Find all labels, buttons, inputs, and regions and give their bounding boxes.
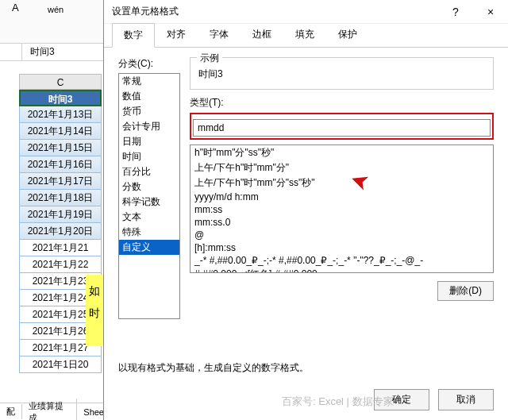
format-item[interactable]: yyyy/m/d h:mm bbox=[190, 191, 493, 203]
table-cell[interactable]: 2021年1月16日 bbox=[19, 156, 102, 173]
column-header[interactable]: 时间3 bbox=[19, 90, 102, 106]
formula-value[interactable]: 时间3 bbox=[22, 45, 55, 59]
delete-button[interactable]: 删除(D) bbox=[437, 281, 494, 301]
sample-label: 示例 bbox=[197, 52, 222, 65]
watermark: 百家号: Excel | 数据专家 bbox=[282, 395, 394, 409]
dialog-tab[interactable]: 数字 bbox=[112, 23, 155, 48]
dialog-tabs: 数字对齐字体边框填充保护 bbox=[104, 24, 508, 48]
table-cell[interactable]: 2021年1月21 bbox=[19, 240, 102, 256]
dialog-title: 设置单元格格式 bbox=[112, 5, 438, 18]
category-item[interactable]: 日期 bbox=[119, 134, 179, 149]
category-item[interactable]: 分数 bbox=[119, 179, 179, 195]
font-color-button[interactable]: A bbox=[12, 2, 19, 13]
category-item[interactable]: 常规 bbox=[119, 74, 179, 89]
format-item[interactable]: mm:ss bbox=[190, 203, 493, 216]
format-item[interactable]: mm:ss.0 bbox=[190, 216, 493, 229]
sample-value: 时间3 bbox=[198, 67, 485, 81]
table-cell[interactable]: 2021年1月19日 bbox=[19, 206, 102, 223]
format-item[interactable]: @ bbox=[190, 229, 493, 241]
category-item[interactable]: 自定义 bbox=[119, 240, 179, 255]
ribbon-stub: A wén bbox=[0, 0, 111, 44]
close-button[interactable]: × bbox=[473, 0, 508, 24]
name-box[interactable] bbox=[0, 44, 22, 60]
category-item[interactable]: 科学记数 bbox=[119, 195, 179, 210]
category-list[interactable]: 常规数值货币会计专用日期时间百分比分数科学记数文本特殊自定义 bbox=[118, 73, 180, 319]
cancel-button[interactable]: 取消 bbox=[438, 389, 494, 410]
table-cell[interactable]: 2021年1月20日 bbox=[19, 223, 102, 240]
category-item[interactable]: 货币 bbox=[119, 104, 179, 119]
format-note: 以现有格式为基础，生成自定义的数字格式。 bbox=[118, 361, 309, 375]
sheet-tab[interactable]: 业绩算提成 bbox=[22, 399, 77, 421]
table-cell[interactable]: 2021年1月13日 bbox=[19, 106, 102, 123]
format-item[interactable]: h"时"mm"分"ss"秒" bbox=[190, 145, 493, 160]
format-cells-dialog: 设置单元格格式 ? × 数字对齐字体边框填充保护 分类(C): 常规数值货币会计… bbox=[103, 0, 508, 420]
table-cell[interactable]: 2021年1月15日 bbox=[19, 140, 102, 156]
sheet-tab[interactable]: 配 bbox=[0, 404, 22, 419]
dialog-tab[interactable]: 对齐 bbox=[155, 22, 198, 47]
category-item[interactable]: 数值 bbox=[119, 89, 179, 104]
category-item[interactable]: 会计专用 bbox=[119, 119, 179, 134]
type-input[interactable] bbox=[193, 119, 491, 137]
category-item[interactable]: 文本 bbox=[119, 210, 179, 225]
sheet-tabs[interactable]: 配 业绩算提成 Shee bbox=[0, 403, 111, 420]
table-cell[interactable]: 2021年1日20 bbox=[19, 356, 102, 373]
format-item[interactable]: 上午/下午h"时"mm"分"ss"秒" bbox=[190, 175, 493, 191]
format-item[interactable]: 上午/下午h"时"mm"分" bbox=[190, 160, 493, 175]
format-item[interactable]: [h]:mm:ss bbox=[190, 241, 493, 254]
format-item[interactable]: _-* #,##0.00_₽_-;-* #,##0.00_₽_-;_-* "-"… bbox=[190, 254, 493, 267]
type-label: 类型(T): bbox=[190, 96, 494, 110]
column-letter[interactable]: C bbox=[19, 74, 102, 90]
dialog-tab[interactable]: 边框 bbox=[241, 22, 283, 47]
format-item[interactable]: #,##0.000_ ;[红色]-#,##0.000 bbox=[190, 267, 493, 273]
sample-box: 示例 时间3 bbox=[190, 57, 494, 90]
category-item[interactable]: 百分比 bbox=[119, 164, 179, 179]
ribbon-hint: wén bbox=[48, 5, 64, 14]
dialog-tab[interactable]: 填充 bbox=[283, 22, 326, 47]
table-cell[interactable]: 2021年1月14日 bbox=[19, 123, 102, 140]
table-cell[interactable]: 2021年1月22 bbox=[19, 256, 102, 273]
dialog-tab[interactable]: 保护 bbox=[326, 22, 369, 47]
dialog-tab[interactable]: 字体 bbox=[198, 22, 241, 47]
help-button[interactable]: ? bbox=[438, 0, 473, 24]
table-cell[interactable]: 2021年1月18日 bbox=[19, 190, 102, 206]
table-cell[interactable]: 2021年1月17日 bbox=[19, 173, 102, 190]
format-list[interactable]: h"时"mm"分"ss"秒"上午/下午h"时"mm"分"上午/下午h"时"mm"… bbox=[190, 144, 494, 273]
category-item[interactable]: 特殊 bbox=[119, 225, 179, 240]
category-item[interactable]: 时间 bbox=[119, 149, 179, 164]
